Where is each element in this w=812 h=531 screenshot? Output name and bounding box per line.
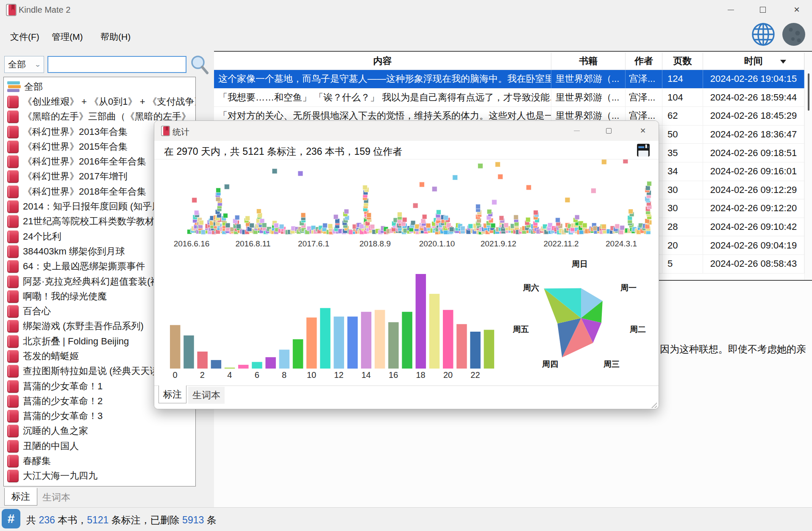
book-icon: [7, 260, 19, 273]
svg-text:周四: 周四: [542, 360, 558, 369]
menu-item-file[interactable]: 文件(F): [8, 31, 42, 43]
dialog-minimize-button[interactable]: [565, 121, 589, 140]
sidebar-tab-vocabulary[interactable]: 生词本: [42, 491, 70, 504]
menu-bar: 文件(F) 管理(M) 帮助(H): [0, 25, 812, 47]
list-item-book[interactable]: 沉睡的人鱼之家: [4, 424, 195, 439]
app-icon: [6, 4, 17, 17]
book-icon: [7, 395, 19, 408]
dialog-tab-vocabulary[interactable]: 生词本: [188, 387, 225, 404]
svg-text:0: 0: [172, 370, 177, 380]
detail-text: 因为这种联想。即使不考虑她的亲: [660, 343, 806, 356]
cell-time: 2024-02-26 09:04:19: [703, 236, 804, 254]
list-item-label: 阿瑟·克拉克经典科幻超值套装(神: [23, 275, 160, 288]
cell-pages: 35: [662, 144, 703, 162]
dialog-title: 统计: [172, 126, 189, 138]
svg-text:2016.8.11: 2016.8.11: [235, 239, 270, 248]
svg-text:18: 18: [416, 370, 425, 380]
svg-text:8: 8: [282, 370, 286, 380]
book-icon: [7, 215, 19, 228]
filter-dropdown[interactable]: 全部 ⌄: [4, 56, 44, 73]
svg-text:2018.8.9: 2018.8.9: [359, 239, 391, 248]
book-icon: [7, 230, 19, 243]
cell-pages: 28: [662, 218, 703, 236]
cell-author: 宫泽...: [626, 89, 662, 107]
cell-author: 宫泽...: [626, 70, 662, 88]
list-item-label: 24个比利: [23, 230, 61, 243]
menu-item-manage[interactable]: 管理(M): [49, 31, 85, 43]
book-icon: [7, 440, 19, 453]
book-icon: [7, 275, 19, 288]
list-item-book[interactable]: 丑陋的中国人: [4, 439, 195, 453]
close-button[interactable]: ✕: [783, 0, 810, 20]
table-scrollbar[interactable]: [804, 53, 812, 282]
list-item-label: 啊嘞！我的绿光使魔: [23, 290, 107, 303]
cell-time: 2024-02-26 09:18:51: [703, 144, 804, 162]
column-header-time[interactable]: 时间: [703, 53, 804, 70]
list-item-book[interactable]: 菖蒲的少女革命！3: [4, 409, 195, 424]
svg-text:周六: 周六: [523, 283, 539, 292]
cell-time: 2024-02-26 18:45:29: [703, 107, 804, 125]
resize-grip[interactable]: [650, 401, 657, 408]
svg-text:6: 6: [255, 370, 259, 380]
maximize-button[interactable]: [749, 0, 776, 20]
list-item-label: 大江大海一九四九: [23, 470, 97, 482]
svg-text:周二: 周二: [629, 325, 646, 334]
list-item-label: 《科幻世界》2015年合集: [23, 140, 128, 153]
book-icon: [7, 126, 19, 138]
svg-text:20: 20: [443, 370, 453, 380]
moon-icon[interactable]: [781, 22, 806, 47]
list-item-label: 沉睡的人鱼之家: [23, 425, 88, 437]
book-icon: [7, 470, 19, 482]
search-button[interactable]: [189, 54, 209, 75]
list-item-label: 《创业维艰》 + 《从0到1》 + 《支付战争》: [23, 95, 195, 108]
dialog-maximize-button[interactable]: [596, 121, 621, 140]
list-item-book[interactable]: 《创业维艰》 + 《从0到1》 + 《支付战争》: [4, 94, 195, 109]
dialog-close-button[interactable]: ✕: [631, 121, 655, 140]
list-item-label: 384403km 绑架你到月球: [23, 245, 125, 258]
dialog-tab-annotations[interactable]: 标注: [159, 386, 186, 403]
menu-item-help[interactable]: 帮助(H): [98, 31, 133, 43]
maximize-icon: [606, 128, 612, 134]
list-item-label: 绑架游戏 (东野圭吾作品系列): [23, 320, 144, 333]
cell-content: 这个家像一个墓地，而鸟子是守墓人——这种形象浮现在我的脑海中。我在卧室里...: [214, 70, 551, 88]
cell-time: 2024-02-26 19:04:15: [703, 70, 804, 88]
sidebar-tab-annotations[interactable]: 标注: [4, 488, 37, 506]
column-header-pages[interactable]: 页数: [662, 53, 703, 70]
list-item-label: 苍发的蜻蜓姬: [23, 350, 79, 363]
list-item-book[interactable]: 春醪集: [4, 453, 195, 468]
save-icon: [637, 143, 650, 157]
svg-text:2017.6.1: 2017.6.1: [298, 239, 329, 248]
cell-pages: 62: [662, 107, 703, 125]
book-icon: [7, 290, 19, 303]
scrollbar-thumb[interactable]: [808, 73, 809, 111]
book-icon: [7, 410, 19, 422]
cell-pages: 124: [662, 70, 703, 88]
svg-text:16: 16: [389, 370, 398, 380]
search-input[interactable]: [47, 56, 186, 73]
column-header-author[interactable]: 作者: [626, 53, 662, 70]
book-icon: [7, 320, 19, 333]
svg-text:周一: 周一: [620, 283, 637, 292]
column-header-content[interactable]: 内容: [214, 53, 551, 70]
column-header-book[interactable]: 书籍: [551, 53, 626, 70]
save-button[interactable]: [636, 143, 651, 158]
minimize-button[interactable]: [717, 0, 744, 20]
list-item-label: 丑陋的中国人: [23, 440, 79, 453]
globe-icon[interactable]: [751, 22, 776, 47]
chevron-down-icon: ⌄: [34, 61, 41, 68]
book-icon: [7, 335, 19, 348]
hash-icon: #: [2, 509, 20, 528]
book-icon: [7, 170, 19, 183]
svg-text:2024.3.1: 2024.3.1: [606, 239, 637, 248]
svg-text:2022.11.2: 2022.11.2: [543, 239, 578, 248]
book-icon: [7, 350, 19, 363]
list-item-label: 春醪集: [23, 455, 51, 467]
table-row[interactable]: 「我想要……和空鱼」 「诶？什么？」 我以为是自己离得有点远了，才导致没能...…: [214, 89, 804, 107]
svg-text:周日: 周日: [571, 260, 588, 268]
cell-time: 2024-02-26 09:16:01: [703, 162, 804, 181]
book-icon: [7, 305, 19, 318]
list-item-book[interactable]: 大江大海一九四九: [4, 469, 195, 483]
svg-text:2021.9.12: 2021.9.12: [481, 239, 517, 248]
list-item-all[interactable]: 全部: [4, 79, 195, 94]
table-row[interactable]: 这个家像一个墓地，而鸟子是守墓人——这种形象浮现在我的脑海中。我在卧室里...里…: [214, 70, 804, 89]
